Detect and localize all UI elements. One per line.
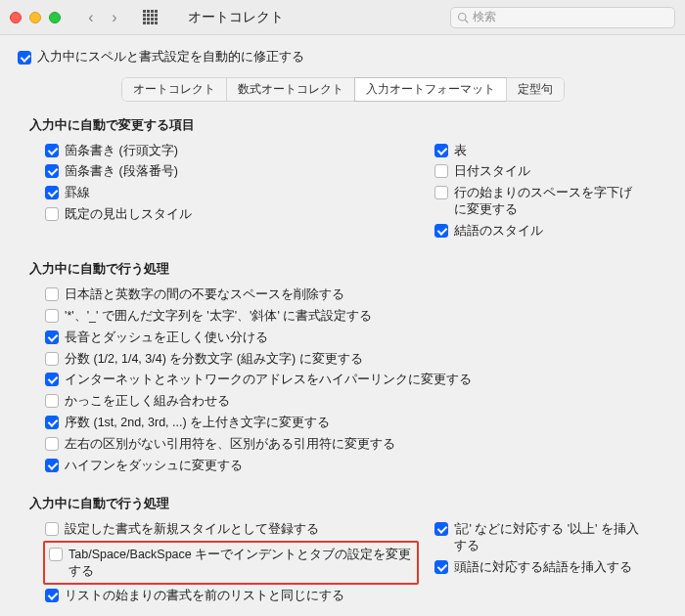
replace-left-item-1[interactable]: 箇条書き (段落番号) (29, 161, 419, 183)
master-checkbox[interactable] (18, 51, 31, 65)
apply1-item-2[interactable]: 長音とダッシュを正しく使い分ける (29, 327, 656, 348)
replace-left-checkbox-3[interactable] (45, 207, 59, 221)
apply1-label-6: 序数 (1st, 2nd, 3rd, ...) を上付き文字に変更する (65, 415, 330, 431)
replace-left-label-3: 既定の見出しスタイル (65, 206, 192, 223)
apply2-left-item-1[interactable]: Tab/Space/BackSpace キーでインデントとタブの設定を変更する (47, 544, 415, 582)
section-heading-replace: 入力中に自動で変更する項目 (29, 117, 656, 134)
replace-right-checkbox-2[interactable] (434, 186, 448, 199)
apply1-checkbox-6[interactable] (45, 416, 59, 429)
apply2-left-checkbox-2[interactable] (45, 589, 59, 602)
svg-point-0 (459, 13, 467, 21)
search-field[interactable]: 検索 (450, 7, 675, 28)
apply2-right-item-0[interactable]: '記' などに対応する '以上' を挿入する (419, 518, 644, 556)
apply2-left-item-2[interactable]: リストの始まりの書式を前のリストと同じにする (29, 586, 419, 607)
replace-right-item-3[interactable]: 結語のスタイル (419, 221, 644, 242)
replace-right-item-1[interactable]: 日付スタイル (419, 161, 644, 183)
apply2-left-label-1: Tab/Space/BackSpace キーでインデントとタブの設定を変更する (68, 547, 415, 580)
master-checkbox-row[interactable]: 入力中にスペルと書式設定を自動的に修正する (18, 49, 669, 66)
replace-right-label-1: 日付スタイル (454, 163, 530, 180)
zoom-window-button[interactable] (49, 12, 61, 23)
apply1-label-7: 左右の区別がない引用符を、区別がある引用符に変更する (65, 436, 395, 453)
apply2-left-label-2: リストの始まりの書式を前のリストと同じにする (65, 588, 344, 604)
replace-right-label-2: 行の始まりのスペースを字下げに変更する (454, 185, 644, 218)
apply2-left-checkbox-0[interactable] (45, 522, 59, 536)
replace-left-checkbox-2[interactable] (45, 186, 59, 199)
apply1-item-0[interactable]: 日本語と英数字の間の不要なスペースを削除する (29, 284, 656, 305)
section-heading-apply2: 入力中に自動で行う処理 (29, 496, 656, 512)
apply2-right-checkbox-1[interactable] (434, 560, 448, 574)
apps-grid-icon[interactable] (143, 10, 159, 25)
apply1-checkbox-0[interactable] (45, 287, 59, 301)
back-button[interactable]: ‹ (82, 9, 100, 26)
apply1-item-6[interactable]: 序数 (1st, 2nd, 3rd, ...) を上付き文字に変更する (29, 413, 656, 434)
minimize-window-button[interactable] (29, 12, 41, 23)
replace-left-label-1: 箇条書き (段落番号) (65, 163, 178, 180)
replace-left-item-2[interactable]: 罫線 (29, 183, 419, 204)
tab-2[interactable]: 入力オートフォーマット (354, 77, 507, 102)
tab-1[interactable]: 数式オートコレクト (226, 77, 355, 102)
apply1-label-1: '*'、'_' で囲んだ文字列を '太字'、'斜体' に書式設定する (65, 308, 372, 325)
apply1-item-8[interactable]: ハイフンをダッシュに変更する (29, 455, 656, 476)
nav-buttons: ‹ › (82, 9, 123, 26)
replace-left-checkbox-1[interactable] (45, 164, 59, 178)
apply2-right-label-1: 頭語に対応する結語を挿入する (454, 559, 632, 576)
tab-3[interactable]: 定型句 (506, 77, 565, 102)
section-heading-apply1: 入力中に自動で行う処理 (29, 261, 656, 278)
titlebar: ‹ › オートコレクト 検索 (0, 0, 685, 35)
replace-right-checkbox-3[interactable] (434, 224, 448, 238)
replace-left-checkbox-0[interactable] (45, 144, 59, 157)
replace-right-checkbox-0[interactable] (434, 144, 448, 157)
apply1-item-3[interactable]: 分数 (1/2, 1/4, 3/4) を分数文字 (組み文字) に変更する (29, 348, 656, 370)
apply2-right-item-1[interactable]: 頭語に対応する結語を挿入する (419, 556, 644, 578)
apply1-label-3: 分数 (1/2, 1/4, 3/4) を分数文字 (組み文字) に変更する (65, 351, 363, 368)
apply1-item-5[interactable]: かっこを正しく組み合わせる (29, 391, 656, 413)
apply2-left-label-0: 設定した書式を新規スタイルとして登録する (65, 521, 319, 538)
search-placeholder: 検索 (473, 9, 496, 25)
close-window-button[interactable] (10, 12, 22, 23)
apply1-checkbox-8[interactable] (45, 459, 59, 472)
master-label: 入力中にスペルと書式設定を自動的に修正する (37, 49, 304, 66)
apply1-item-7[interactable]: 左右の区別がない引用符を、区別がある引用符に変更する (29, 434, 656, 456)
apply1-checkbox-7[interactable] (45, 437, 59, 451)
apply1-label-5: かっこを正しく組み合わせる (65, 393, 230, 410)
window-title: オートコレクト (188, 9, 284, 26)
apply1-label-4: インターネットとネットワークのアドレスをハイパーリンクに変更する (65, 372, 472, 388)
replace-right-label-3: 結語のスタイル (454, 223, 543, 240)
apply1-item-1[interactable]: '*'、'_' で囲んだ文字列を '太字'、'斜体' に書式設定する (29, 305, 656, 327)
replace-right-label-0: 表 (454, 143, 467, 159)
apply1-checkbox-1[interactable] (45, 309, 59, 323)
replace-left-item-0[interactable]: 箇条書き (行頭文字) (29, 140, 419, 161)
replace-left-item-3[interactable]: 既定の見出しスタイル (29, 204, 419, 226)
apply1-label-8: ハイフンをダッシュに変更する (65, 458, 243, 474)
apply2-right-label-0: '記' などに対応する '以上' を挿入する (454, 521, 644, 554)
tab-0[interactable]: オートコレクト (121, 77, 227, 102)
apply1-label-2: 長音とダッシュを正しく使い分ける (65, 330, 268, 346)
replace-left-label-2: 罫線 (65, 185, 90, 201)
apply2-left-item-0[interactable]: 設定した書式を新規スタイルとして登録する (29, 518, 419, 540)
apply1-item-4[interactable]: インターネットとネットワークのアドレスをハイパーリンクに変更する (29, 370, 656, 391)
apply1-checkbox-2[interactable] (45, 330, 59, 344)
replace-right-checkbox-1[interactable] (434, 164, 448, 178)
forward-button[interactable]: › (106, 9, 123, 26)
search-icon (457, 12, 469, 23)
apply1-checkbox-3[interactable] (45, 352, 59, 366)
tab-bar: オートコレクト数式オートコレクト入力オートフォーマット定型句 (16, 73, 669, 111)
apply1-checkbox-4[interactable] (45, 373, 59, 386)
apply1-label-0: 日本語と英数字の間の不要なスペースを削除する (65, 286, 344, 303)
replace-left-label-0: 箇条書き (行頭文字) (65, 143, 178, 159)
window-controls (10, 12, 61, 23)
replace-right-item-0[interactable]: 表 (419, 140, 644, 161)
settings-panel: オートコレクト数式オートコレクト入力オートフォーマット定型句 入力中に自動で変更… (16, 73, 669, 616)
svg-line-1 (465, 20, 468, 22)
apply1-checkbox-5[interactable] (45, 394, 59, 408)
replace-right-item-2[interactable]: 行の始まりのスペースを字下げに変更する (419, 183, 644, 221)
apply2-left-checkbox-1[interactable] (49, 548, 63, 561)
apply2-right-checkbox-0[interactable] (434, 522, 448, 536)
